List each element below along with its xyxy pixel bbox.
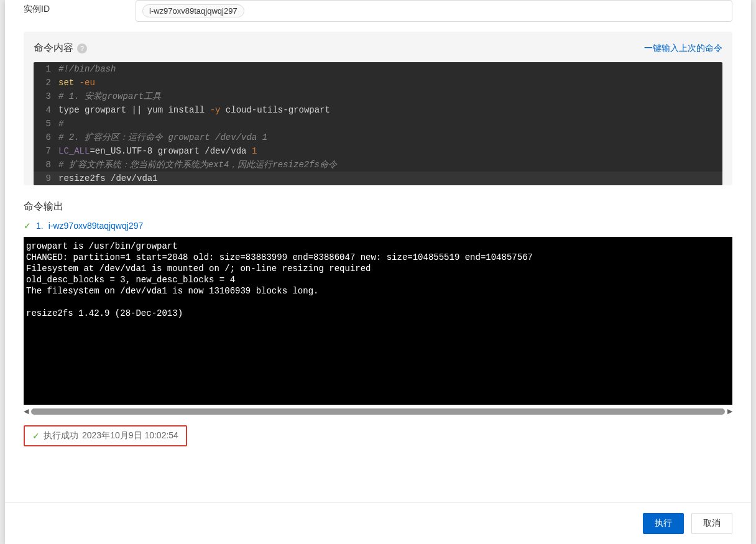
output-instance-index: 1. xyxy=(36,221,44,231)
instance-id-label: 实例ID xyxy=(24,0,136,15)
scroll-track[interactable] xyxy=(31,408,725,415)
command-output-section: 命令输出 ✓ 1. i-wz97oxv89taqjqwqj297 growpar… xyxy=(24,200,732,415)
execution-status: ✓ 执行成功 2023年10月9日 10:02:54 xyxy=(24,425,187,446)
success-check-icon: ✓ xyxy=(32,431,40,441)
scroll-right-icon[interactable]: ▶ xyxy=(727,407,732,415)
output-instance-id: i-wz97oxv89taqjqwqj297 xyxy=(48,221,144,231)
scroll-left-icon[interactable]: ◀ xyxy=(24,407,29,415)
instance-id-input[interactable]: i-wz97oxv89taqjqwqj297 xyxy=(136,0,732,22)
output-terminal[interactable]: growpart is /usr/bin/growpart CHANGED: p… xyxy=(24,237,732,405)
input-last-command-link[interactable]: 一键输入上次的命令 xyxy=(644,43,722,54)
status-label: 执行成功 xyxy=(44,430,78,441)
code-editor[interactable]: 1#!/bin/bash 2set -eu 3# 1. 安装growpart工具… xyxy=(34,62,722,185)
output-instance-header[interactable]: ✓ 1. i-wz97oxv89taqjqwqj297 xyxy=(24,221,732,231)
command-output-title: 命令输出 xyxy=(24,200,732,213)
instance-id-row: 实例ID i-wz97oxv89taqjqwqj297 xyxy=(5,0,751,22)
command-content-title: 命令内容 ? xyxy=(34,42,87,55)
command-content-section: 命令内容 ? 一键输入上次的命令 1#!/bin/bash 2set -eu 3… xyxy=(24,32,732,185)
help-icon[interactable]: ? xyxy=(77,44,87,53)
execute-button[interactable]: 执行 xyxy=(643,513,684,534)
command-execution-dialog: 实例ID i-wz97oxv89taqjqwqj297 命令内容 ? 一键输入上… xyxy=(5,0,751,544)
status-timestamp: 2023年10月9日 10:02:54 xyxy=(82,430,178,441)
cancel-button[interactable]: 取消 xyxy=(691,513,732,534)
instance-id-tag[interactable]: i-wz97oxv89taqjqwqj297 xyxy=(142,4,244,17)
horizontal-scrollbar[interactable]: ◀ ▶ xyxy=(24,407,732,415)
check-icon: ✓ xyxy=(24,221,31,231)
dialog-footer: 执行 取消 xyxy=(5,502,751,544)
